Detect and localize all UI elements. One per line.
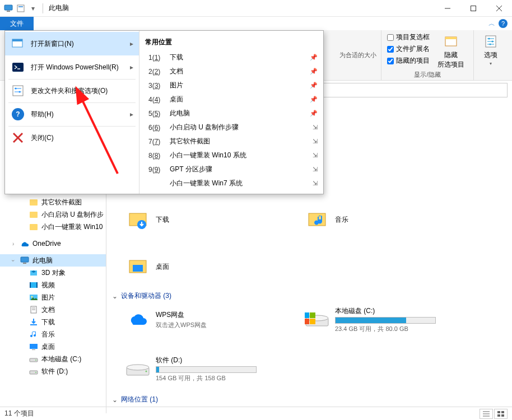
video-icon — [29, 281, 38, 290]
recent-location-item[interactable]: 3(3)图片📌 — [139, 78, 323, 92]
nav-item[interactable]: 图片 — [0, 291, 106, 304]
minimize-button[interactable] — [435, 0, 460, 17]
recent-label: 桌面 — [170, 95, 183, 104]
nav-item-label: 桌面 — [41, 342, 55, 352]
recent-index: 5(5) — [148, 110, 164, 118]
maximize-button[interactable] — [460, 0, 486, 17]
pin-outline-icon[interactable]: ⇲ — [313, 180, 318, 187]
nav-item[interactable]: 桌面 — [0, 340, 106, 353]
file-menu-item[interactable]: 打开 Windows PowerShell(R)▸ — [5, 55, 139, 79]
qat-properties-icon[interactable] — [16, 3, 26, 13]
recent-label: 此电脑 — [170, 109, 190, 118]
file-menu-item[interactable]: 打开新窗口(N)▸ — [5, 32, 139, 55]
recent-index: 6(6) — [148, 124, 164, 132]
pin-outline-icon[interactable]: ⇲ — [313, 152, 318, 159]
nav-item[interactable]: 本地磁盘 (C:) — [0, 353, 106, 365]
pin-outline-icon[interactable]: ⇲ — [313, 166, 318, 173]
chevron-up-icon: ︿ — [488, 19, 495, 29]
close-button[interactable] — [486, 0, 512, 17]
recent-location-item[interactable]: 9(9)GPT 分区步骤⇲ — [139, 162, 323, 176]
powershell-icon — [11, 60, 25, 74]
ribbon-group-options: 选项 ▾ — [473, 30, 508, 80]
ribbon-collapse[interactable]: ︿ ? — [484, 17, 512, 30]
tree-collapse-icon[interactable]: › — [12, 241, 14, 247]
check-file-ext-label: 文件扩展名 — [396, 44, 430, 54]
options-label: 选项 — [484, 50, 497, 60]
drive-tile[interactable]: WPS网盘双击进入WPS网盘 — [125, 306, 271, 333]
status-item-count: 11 个项目 — [4, 409, 34, 418]
pin-filled-icon[interactable]: 📌 — [310, 96, 318, 103]
drive-icon — [305, 307, 329, 332]
nav-item[interactable]: 视频 — [0, 279, 106, 291]
pin-outline-icon[interactable]: ⇲ — [313, 124, 318, 131]
qat-dropdown-icon[interactable]: ▾ — [28, 3, 38, 13]
drive-tile[interactable]: 本地磁盘 (C:)23.4 GB 可用，共 80.0 GB — [305, 306, 450, 333]
chevron-down-icon: ⌄ — [112, 396, 118, 404]
section-drives[interactable]: ⌄ 设备和驱动器 (3) — [112, 291, 512, 301]
this-pc-icon — [20, 256, 29, 265]
check-hidden-items[interactable]: 隐藏的项目 — [387, 56, 430, 66]
hide-selected-button[interactable]: 隐藏 所选项目 — [434, 32, 468, 71]
file-menu-item[interactable]: 关闭(C) — [5, 126, 139, 150]
nav-item[interactable]: 文档 — [0, 304, 106, 316]
check-item-checkboxes[interactable]: 项目复选框 — [387, 32, 430, 42]
recent-index: 1(1) — [148, 54, 164, 62]
pin-outline-icon[interactable]: ⇲ — [313, 138, 318, 145]
recent-location-item[interactable]: 8(8)小白一键重装 Win10 系统⇲ — [139, 148, 323, 162]
recent-location-item[interactable]: 2(2)文档📌 — [139, 64, 323, 78]
file-menu-recent-title: 常用位置 — [139, 34, 323, 50]
menu-item-label: 更改文件夹和搜索选项(O) — [31, 86, 108, 96]
recent-location-item[interactable]: 4(4)桌面📌 — [139, 92, 323, 106]
nav-item[interactable]: 软件 (D:) — [0, 365, 106, 377]
view-large-icons-button[interactable] — [494, 409, 508, 419]
nav-onedrive[interactable]: › OneDrive — [0, 237, 106, 250]
window-title: 此电脑 — [49, 3, 69, 13]
check-file-ext[interactable]: 文件扩展名 — [387, 44, 430, 54]
nav-item[interactable]: 3D 对象 — [0, 267, 106, 279]
nav-item[interactable]: 下载 — [0, 316, 106, 328]
nav-item-label: 其它软件截图 — [41, 198, 82, 207]
chevron-down-icon: ▾ — [490, 61, 492, 66]
file-menu-left: 打开新窗口(N)▸打开 Windows PowerShell(R)▸更改文件夹和… — [5, 31, 139, 194]
check-hidden-items-label: 隐藏的项目 — [396, 56, 430, 66]
chevron-down-icon: ⌄ — [112, 292, 118, 300]
file-menu-item[interactable]: 更改文件夹和搜索选项(O) — [5, 79, 139, 102]
nav-item[interactable]: 其它软件截图 — [0, 196, 106, 208]
pin-filled-icon[interactable]: 📌 — [310, 82, 318, 89]
options-icon — [11, 83, 25, 98]
nav-item[interactable]: 小白启动 U 盘制作步 — [0, 208, 106, 221]
recent-location-item[interactable]: 5(5)此电脑📌 — [139, 106, 323, 120]
recent-location-item[interactable]: 7(7)其它软件截图⇲ — [139, 134, 323, 148]
folder-tile[interactable]: 桌面 — [125, 254, 271, 279]
recent-location-item[interactable]: 小白一键重装 Win7 系统⇲ — [139, 176, 323, 190]
recent-location-item[interactable]: 1(1)下载📌 — [139, 50, 323, 64]
nav-item[interactable]: 音乐 — [0, 328, 106, 340]
pin-filled-icon[interactable]: 📌 — [310, 54, 318, 61]
section-header-label: 设备和驱动器 (3) — [121, 291, 171, 301]
section-network[interactable]: ⌄ 网络位置 (1) — [112, 395, 512, 404]
folder-tile[interactable]: 音乐 — [305, 207, 450, 232]
nav-item[interactable]: 小白一键重装 Win10 — [0, 221, 106, 233]
nav-this-pc[interactable]: › 此电脑 — [0, 254, 106, 267]
ribbon-tab-row: 文件 ︿ ? — [0, 17, 512, 30]
recent-location-item[interactable]: 6(6)小白启动 U 盘制作步骤⇲ — [139, 120, 323, 134]
view-details-button[interactable] — [480, 409, 493, 419]
tile-subtitle: 23.4 GB 可用，共 80.0 GB — [335, 325, 436, 333]
nav-item-label: 文档 — [41, 305, 55, 315]
window-controls — [435, 0, 512, 17]
options-button[interactable]: 选项 ▾ — [480, 32, 502, 67]
svg-rect-2 — [17, 5, 24, 12]
file-tab[interactable]: 文件 — [0, 17, 34, 30]
music-icon — [29, 330, 38, 339]
help-icon: ? — [11, 107, 25, 122]
pin-filled-icon[interactable]: 📌 — [310, 68, 318, 75]
file-menu-item[interactable]: ?帮助(H)▸ — [5, 102, 139, 126]
help-icon[interactable]: ? — [499, 19, 508, 28]
drive-icon — [29, 354, 38, 363]
tree-expand-icon[interactable]: › — [10, 259, 16, 261]
drive-tile[interactable]: 软件 (D:)154 GB 可用，共 158 GB — [125, 356, 271, 382]
folder-tile[interactable]: 下载 — [125, 207, 271, 232]
svg-point-50 — [146, 371, 147, 372]
tile-label: 下载 — [156, 215, 169, 225]
pin-filled-icon[interactable]: 📌 — [310, 110, 318, 117]
